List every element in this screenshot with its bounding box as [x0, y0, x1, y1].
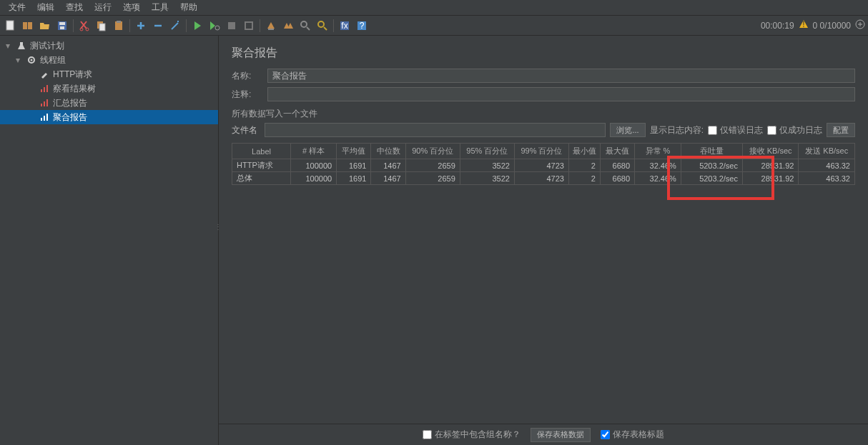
toolbar-separator: [260, 19, 260, 32]
col-header[interactable]: 中位数: [371, 144, 405, 159]
svg-rect-6: [60, 26, 64, 29]
include-group-checkbox[interactable]: 在标签中包含组名称？: [423, 429, 521, 441]
templates-icon[interactable]: [20, 18, 36, 34]
svg-rect-16: [268, 29, 274, 30]
table-cell: HTTP请求: [232, 159, 291, 172]
tree-node-summary[interactable]: 汇总报告: [0, 96, 218, 110]
open-icon[interactable]: [37, 18, 53, 34]
copy-icon[interactable]: [94, 18, 109, 34]
table-cell: 3522: [460, 172, 514, 185]
col-header[interactable]: Label: [232, 144, 291, 159]
tree-node-testplan[interactable]: ▾ 测试计划: [0, 39, 218, 53]
browse-button[interactable]: 浏览...: [610, 123, 645, 137]
search-reset-icon[interactable]: [315, 18, 330, 34]
clear-icon[interactable]: [263, 18, 279, 34]
svg-rect-14: [228, 22, 235, 29]
stop-icon[interactable]: [224, 18, 240, 34]
menu-file[interactable]: 文件: [3, 0, 31, 15]
menu-run[interactable]: 运行: [89, 0, 117, 15]
table-cell: 32.46%: [635, 159, 681, 172]
collapse-arrow-icon[interactable]: ▾: [16, 55, 23, 65]
col-header[interactable]: 最小值: [568, 144, 600, 159]
tree-node-threadgroup[interactable]: ▾ 线程组: [0, 53, 218, 67]
file-section-label: 所有数据写入一个文件: [219, 104, 868, 121]
col-header[interactable]: # 样本: [291, 144, 337, 159]
flask-icon: [16, 41, 27, 50]
table-cell: 2659: [405, 172, 460, 185]
thread-count: 0 0/10000: [813, 21, 851, 31]
tree-label: 聚合报告: [53, 111, 87, 124]
run-icon[interactable]: [189, 18, 205, 34]
chart-icon: [39, 99, 50, 107]
table-cell: 463.32: [799, 172, 855, 185]
menu-search[interactable]: 查找: [60, 0, 89, 15]
save-header-checkbox[interactable]: 保存表格标题: [601, 429, 664, 441]
results-table[interactable]: Label# 样本平均值中位数90% 百分位95% 百分位99% 百分位最小值最…: [232, 143, 855, 185]
new-icon[interactable]: [3, 18, 19, 34]
svg-rect-28: [44, 87, 45, 92]
menu-tools[interactable]: 工具: [146, 0, 174, 15]
toolbar-status: 00:00:19 ! 0 0/10000: [761, 19, 865, 31]
search-icon[interactable]: [297, 18, 313, 34]
only-error-checkbox[interactable]: 仅错误日志: [708, 124, 763, 136]
menu-edit[interactable]: 编辑: [31, 0, 60, 15]
test-plan-tree[interactable]: ▾ 测试计划 ▾ 线程组 HTTP请求 察看结果树 汇总报告 聚合报告: [0, 36, 219, 445]
table-cell: 1691: [337, 172, 371, 185]
col-header[interactable]: 发送 KB/sec: [799, 144, 855, 159]
col-header[interactable]: 最大值: [600, 144, 634, 159]
col-header[interactable]: 平均值: [337, 144, 371, 159]
svg-point-17: [301, 21, 307, 27]
col-header[interactable]: 95% 百分位: [460, 144, 514, 159]
main-panel: 聚合报告 名称: 注释: 所有数据写入一个文件 文件名 浏览... 显示日志内容…: [219, 36, 868, 445]
tree-node-aggregate[interactable]: 聚合报告: [0, 110, 218, 124]
paste-icon[interactable]: [111, 18, 127, 34]
run-notimer-icon[interactable]: [207, 18, 222, 34]
table-row[interactable]: 总体100000169114672659352247232668032.46%5…: [232, 172, 855, 185]
col-header[interactable]: 接收 KB/sec: [742, 144, 798, 159]
table-cell: 4723: [514, 159, 568, 172]
menu-help[interactable]: 帮助: [174, 0, 203, 15]
warning-icon[interactable]: !: [799, 19, 809, 31]
save-icon[interactable]: [54, 18, 70, 34]
add-icon[interactable]: [133, 18, 149, 34]
menu-options[interactable]: 选项: [117, 0, 146, 15]
table-cell: 2: [568, 159, 600, 172]
table-cell: 463.32: [799, 159, 855, 172]
col-header[interactable]: 99% 百分位: [514, 144, 568, 159]
table-row[interactable]: HTTP请求100000169114672659352247232668032.…: [232, 159, 855, 172]
pipette-icon: [39, 70, 50, 79]
table-cell: 32.46%: [635, 172, 681, 185]
col-header[interactable]: 90% 百分位: [405, 144, 460, 159]
table-cell: 5203.2/sec: [681, 172, 742, 185]
clear-all-icon[interactable]: [280, 18, 296, 34]
comment-input[interactable]: [267, 87, 855, 101]
name-input[interactable]: [267, 69, 855, 83]
tree-label: HTTP请求: [53, 69, 92, 81]
wand-icon[interactable]: [167, 18, 183, 34]
only-success-checkbox[interactable]: 仅成功日志: [767, 124, 822, 136]
results-table-wrap: Label# 样本平均值中位数90% 百分位95% 百分位99% 百分位最小值最…: [232, 143, 855, 185]
tree-node-resultstree[interactable]: 察看结果树: [0, 81, 218, 96]
svg-point-13: [215, 26, 220, 30]
tree-node-http[interactable]: HTTP请求: [0, 67, 218, 81]
function-icon[interactable]: fx: [337, 18, 352, 34]
table-cell: 100000: [291, 172, 337, 185]
toolbar-separator: [73, 19, 74, 32]
comment-label: 注释:: [232, 89, 260, 101]
configure-button[interactable]: 配置: [827, 123, 855, 137]
table-cell: 28931.92: [742, 172, 798, 185]
col-header[interactable]: 吞吐量: [681, 144, 742, 159]
name-label: 名称:: [232, 70, 260, 82]
cut-icon[interactable]: [77, 18, 92, 34]
col-header[interactable]: 异常 %: [635, 144, 681, 159]
svg-rect-5: [59, 22, 65, 25]
tree-label: 汇总报告: [53, 97, 87, 109]
save-table-button[interactable]: 保存表格数据: [531, 428, 591, 442]
gear-icon: [26, 56, 37, 64]
shutdown-icon[interactable]: [241, 18, 257, 34]
help-icon[interactable]: ?: [354, 18, 370, 34]
expand-icon[interactable]: [855, 19, 865, 31]
filename-input[interactable]: [265, 123, 606, 137]
remove-icon[interactable]: [150, 18, 166, 34]
collapse-arrow-icon[interactable]: ▾: [6, 41, 13, 51]
